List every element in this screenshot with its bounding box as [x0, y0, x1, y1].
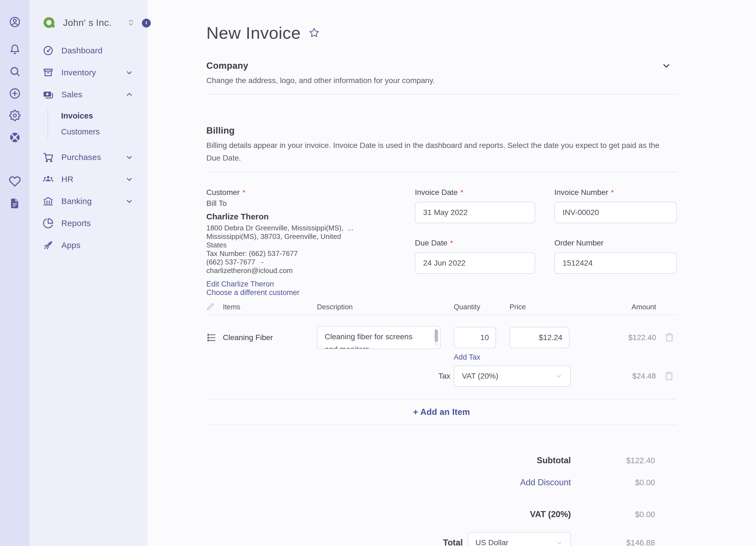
- sales-submenu: Invoices Customers: [48, 108, 147, 140]
- chevron-down-icon: [125, 68, 133, 77]
- pie-chart-icon: [43, 218, 54, 229]
- delete-tax-button[interactable]: [664, 371, 674, 381]
- sidebar-item-reports[interactable]: Reports: [29, 212, 147, 234]
- sidebar-item-customers[interactable]: Customers: [61, 124, 147, 140]
- chevron-down-icon: [555, 539, 563, 546]
- tax-select[interactable]: VAT (20%): [454, 365, 571, 387]
- section-divider: [206, 172, 677, 172]
- customer-label: Customer*: [206, 188, 415, 198]
- item-name[interactable]: Cleaning Fiber: [223, 333, 317, 342]
- item-description-textarea[interactable]: Cleaning fiber for screens and monitors: [317, 326, 441, 349]
- textarea-scrollbar-thumb[interactable]: [435, 329, 438, 342]
- section-divider: [206, 94, 677, 95]
- sidebar-item-apps[interactable]: Apps: [29, 234, 147, 256]
- total-label: Total: [206, 538, 463, 546]
- gear-icon: [9, 110, 21, 121]
- icon-rail: [0, 0, 29, 546]
- choose-customer-link[interactable]: Choose a different customer: [206, 288, 415, 297]
- delete-item-button[interactable]: [664, 332, 674, 343]
- customer-block: Customer* Bill To Charlize Theron 1800 D…: [206, 188, 415, 297]
- header-items: Items: [223, 303, 317, 311]
- table-divider: [206, 425, 677, 425]
- company-collapse-chevron-icon[interactable]: [661, 61, 671, 71]
- add-item-button[interactable]: + Add an Item: [413, 407, 470, 417]
- people-icon: [43, 174, 54, 185]
- page-title: New Invoice: [206, 23, 301, 43]
- sidebar-item-sales[interactable]: Sales: [29, 84, 147, 106]
- chevron-down-icon: [125, 197, 133, 205]
- customer-phone: (662) 537-7677 -: [206, 258, 415, 267]
- invoice-date-label: Invoice Date*: [415, 188, 535, 198]
- vat-value: $0.00: [571, 510, 655, 519]
- discount-row: Add Discount $0.00: [206, 478, 677, 487]
- support-button[interactable]: [9, 131, 21, 144]
- order-number-input[interactable]: [554, 253, 677, 274]
- notifications-button[interactable]: [9, 43, 21, 56]
- customer-name: Charlize Theron: [206, 211, 415, 223]
- life-ring-icon: [9, 131, 21, 144]
- required-marker: *: [450, 239, 453, 247]
- nav-label: Purchases: [61, 153, 101, 162]
- billing-section-heading: Billing: [206, 125, 677, 136]
- vat-row: VAT (20%) $0.00: [206, 509, 677, 519]
- company-switcher[interactable]: John' s Inc.: [29, 15, 147, 30]
- tax-amount: $24.48: [571, 372, 656, 380]
- header-quantity: Quantity: [454, 303, 496, 311]
- tax-row: Tax VAT (20%) $24.48: [206, 365, 677, 387]
- chevron-up-icon: [125, 91, 133, 99]
- item-price-input[interactable]: [510, 327, 569, 348]
- company-switch-icon[interactable]: [126, 18, 136, 27]
- subtotal-label: Subtotal: [206, 455, 571, 465]
- header-amount: Amount: [569, 303, 656, 311]
- order-number-label: Order Number: [554, 238, 677, 248]
- favorites-button[interactable]: [9, 176, 21, 188]
- header-description: Description: [317, 303, 448, 311]
- required-marker: *: [611, 188, 614, 197]
- trash-icon: [664, 371, 674, 381]
- item-description-text: Cleaning fiber for screens and monitors: [325, 330, 427, 349]
- customer-address-line: Mississippi(MS), 38703, Greenville, Unit…: [206, 232, 415, 241]
- search-icon: [9, 66, 21, 77]
- invoice-number-input[interactable]: [554, 202, 677, 223]
- tax-label: Tax: [206, 372, 450, 380]
- star-icon[interactable]: [309, 28, 319, 38]
- account-button[interactable]: [9, 16, 21, 28]
- search-button[interactable]: [9, 65, 21, 78]
- required-marker: *: [242, 188, 245, 197]
- drag-list-icon[interactable]: [206, 332, 223, 343]
- sidebar-item-inventory[interactable]: Inventory: [29, 62, 147, 84]
- due-date-input[interactable]: [415, 253, 535, 274]
- sidebar-item-dashboard[interactable]: Dashboard: [29, 40, 147, 62]
- customer-tax-number: Tax Number: (662) 537-7677: [206, 250, 415, 258]
- heart-icon: [9, 176, 21, 188]
- sidebar-item-purchases[interactable]: Purchases: [29, 146, 147, 168]
- add-discount-link[interactable]: Add Discount: [206, 478, 571, 487]
- nav-label: Sales: [61, 90, 83, 99]
- add-new-button[interactable]: [9, 87, 21, 100]
- settings-button[interactable]: [9, 109, 21, 122]
- item-quantity-input[interactable]: [454, 327, 496, 348]
- chevron-left-icon: [143, 20, 149, 27]
- pencil-icon: [206, 303, 223, 311]
- sidebar-item-hr[interactable]: HR: [29, 168, 147, 190]
- cart-icon: [43, 152, 54, 163]
- invoice-date-input[interactable]: [415, 202, 535, 223]
- invoice-item-row: Cleaning Fiber Cleaning fiber for screen…: [206, 315, 677, 349]
- currency-select[interactable]: US Dollar: [468, 532, 571, 546]
- nav-label: Dashboard: [61, 46, 102, 55]
- edit-customer-link[interactable]: Edit Charlize Theron: [206, 280, 415, 288]
- chevron-down-icon: [125, 153, 133, 161]
- sidebar-item-banking[interactable]: Banking: [29, 190, 147, 212]
- vat-label: VAT (20%): [206, 509, 571, 519]
- chevron-down-icon: [125, 175, 133, 183]
- documents-button[interactable]: [9, 198, 21, 210]
- inventory-box-icon: [43, 67, 54, 78]
- nav-label: HR: [61, 175, 73, 184]
- sidebar-item-invoices[interactable]: Invoices: [61, 108, 147, 124]
- sidebar-collapse-button[interactable]: [142, 19, 151, 28]
- due-date-label: Due Date*: [415, 238, 535, 248]
- customer-email: charlizetheron@icloud.com: [206, 267, 415, 275]
- customer-address-line: States: [206, 241, 415, 250]
- nav-label: Inventory: [61, 68, 96, 77]
- add-tax-link[interactable]: Add Tax: [454, 353, 480, 361]
